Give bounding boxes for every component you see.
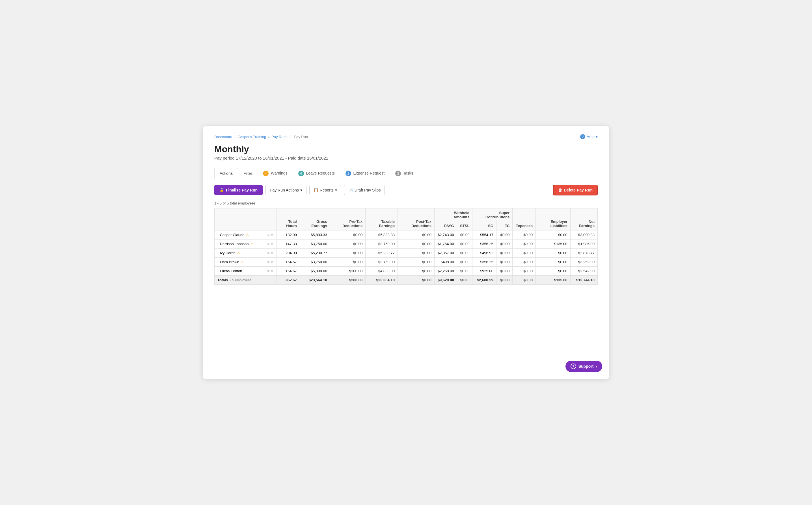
cell-pretax: $0.00 — [330, 230, 365, 239]
tab-expense-request[interactable]: 1 Expense Request — [340, 167, 390, 179]
tab-filter[interactable]: Filter — [238, 168, 257, 178]
cell-ec: $0.00 — [496, 230, 512, 239]
notes-icon[interactable]: ≡ — [267, 269, 269, 273]
cell-ec: $0.00 — [496, 248, 512, 258]
col-header-hours: Total Hours — [277, 208, 300, 230]
delete-label: Delete Pay Run — [564, 188, 593, 192]
row-expand-icon[interactable]: › — [217, 251, 219, 255]
col-header-gross: Gross Earnings — [300, 208, 330, 230]
totals-posttax: $0.00 — [397, 276, 434, 285]
help-icon: ? — [580, 134, 585, 139]
warning-icon: ⚠ — [246, 233, 249, 237]
edit-icon[interactable]: ✏ — [270, 233, 274, 237]
notes-icon[interactable]: ≡ — [267, 260, 269, 264]
cell-posttax: $0.00 — [397, 239, 434, 248]
cell-expenses: $0.00 — [512, 258, 536, 267]
cell-stsl: $0.00 — [457, 248, 472, 258]
table-row: › Casper Claude ⚠ ≡ ✏ 182.00 $5,833.33 $… — [215, 230, 598, 239]
reports-caret: ▾ — [335, 188, 337, 192]
col-header-name — [215, 208, 277, 230]
cell-gross: $3,750.00 — [300, 258, 330, 267]
row-expand-icon[interactable]: › — [217, 233, 219, 237]
cell-sg: $356.25 — [472, 239, 496, 248]
cell-sg: $925.00 — [472, 267, 496, 276]
cell-taxable: $4,800.00 — [366, 267, 398, 276]
cell-hours: 164.67 — [277, 267, 300, 276]
employee-name-cell: › Liam Brown ⚠ ≡ ✏ — [215, 258, 277, 267]
col-header-expenses: Expenses — [512, 208, 536, 230]
totals-pretax: $200.00 — [330, 276, 365, 285]
employee-count: 1 - 5 of 5 total employees. — [214, 201, 598, 205]
edit-icon[interactable]: ✏ — [270, 260, 274, 264]
row-expand-icon[interactable]: › — [217, 261, 219, 264]
pay-run-actions-button[interactable]: Pay Run Actions ▾ — [265, 185, 307, 195]
breadcrumb-dashboard[interactable]: Dashboard — [214, 135, 232, 139]
notes-icon[interactable]: ≡ — [267, 242, 269, 246]
pay-run-actions-caret: ▾ — [300, 188, 302, 192]
employee-name-cell: › Lucas Fenton ≡ ✏ — [215, 267, 277, 276]
col-header-pretax: Pre-Tax Deductions — [330, 208, 365, 230]
cell-posttax: $0.00 — [397, 267, 434, 276]
tab-warnings[interactable]: 4 Warnings — [257, 167, 293, 179]
help-caret: ▾ — [596, 135, 598, 139]
col-header-stsl: STSL — [457, 221, 472, 230]
cell-taxable: $3,750.00 — [366, 258, 398, 267]
delete-pay-run-button[interactable]: 🗑 Delete Pay Run — [553, 185, 598, 195]
totals-hours: 862.67 — [277, 276, 300, 285]
cell-payg: $2,357.00 — [434, 248, 457, 258]
edit-icon[interactable]: ✏ — [270, 251, 274, 255]
cell-payg: $2,258.00 — [434, 267, 457, 276]
finalise-pay-run-button[interactable]: 🔒 Finalise Pay Run — [214, 185, 263, 195]
finalise-label: Finalise Pay Run — [226, 188, 257, 192]
cell-posttax: $0.00 — [397, 258, 434, 267]
cell-net: $2,873.77 — [570, 248, 597, 258]
draft-icon: 📄 — [348, 188, 353, 192]
cell-expenses: $0.00 — [512, 248, 536, 258]
breadcrumb-pay-runs[interactable]: Pay Runs — [271, 135, 287, 139]
reports-button[interactable]: 📋 Reports ▾ — [309, 185, 341, 195]
cell-employer-liabilities: $0.00 — [536, 230, 571, 239]
tab-leave-requests[interactable]: 4 Leave Requests — [293, 167, 340, 179]
cell-pretax: $0.00 — [330, 248, 365, 258]
lock-icon: 🔒 — [219, 188, 224, 192]
row-expand-icon[interactable]: › — [217, 270, 219, 273]
totals-taxable: $23,364.10 — [366, 276, 398, 285]
breadcrumb-caspers-training[interactable]: Casper's Training — [237, 135, 266, 139]
tabs-row: Actions Filter 4 Warnings 4 Leave Reques… — [214, 167, 598, 179]
cell-payg: $2,743.00 — [434, 230, 457, 239]
breadcrumb-current: Pay Run — [294, 135, 308, 139]
draft-pay-slips-button[interactable]: 📄 Draft Pay Slips — [344, 185, 385, 195]
cell-net: $1,986.00 — [570, 239, 597, 248]
pay-period: Pay period 17/12/2020 to 16/01/2021 • Pa… — [214, 156, 598, 160]
cell-gross: $5,000.00 — [300, 267, 330, 276]
cell-stsl: $0.00 — [457, 239, 472, 248]
support-icon: ? — [571, 363, 576, 369]
cell-gross: $5,230.77 — [300, 248, 330, 258]
table-row: › Lucas Fenton ≡ ✏ 164.67 $5,000.00 $200… — [215, 267, 598, 276]
cell-ec: $0.00 — [496, 267, 512, 276]
cell-employer-liabilities: $0.00 — [536, 248, 571, 258]
cell-taxable: $5,230.77 — [366, 248, 398, 258]
notes-icon[interactable]: ≡ — [267, 251, 269, 255]
edit-icon[interactable]: ✏ — [270, 242, 274, 246]
cell-hours: 147.33 — [277, 239, 300, 248]
warning-icon: ⚠ — [250, 242, 254, 246]
cell-gross: $3,750.00 — [300, 239, 330, 248]
totals-sg: $2,688.59 — [472, 276, 496, 285]
support-button[interactable]: ? Support › — [566, 361, 602, 372]
help-button[interactable]: ? Help ▾ — [580, 134, 598, 139]
cell-sg: $554.17 — [472, 230, 496, 239]
employee-name: Casper Claude — [220, 233, 245, 237]
totals-employer-liabilities: $135.00 — [536, 276, 571, 285]
totals-stsl: $0.00 — [457, 276, 472, 285]
cell-pretax: $0.00 — [330, 258, 365, 267]
cell-taxable: $3,750.00 — [366, 239, 398, 248]
tab-actions[interactable]: Actions — [214, 168, 238, 179]
pay-run-actions-label: Pay Run Actions — [270, 188, 299, 192]
edit-icon[interactable]: ✏ — [270, 269, 274, 273]
row-expand-icon[interactable]: › — [217, 242, 219, 246]
support-chevron: › — [596, 364, 597, 369]
cell-stsl: $0.00 — [457, 258, 472, 267]
tab-tasks[interactable]: 2 Tasks — [390, 167, 419, 179]
notes-icon[interactable]: ≡ — [267, 233, 269, 237]
